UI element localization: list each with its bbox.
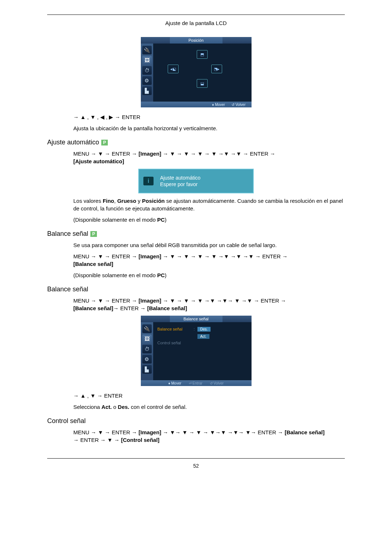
side-icon-picture: 🖼: [142, 335, 152, 343]
heading-balance-senal-1: Balance señal P: [47, 230, 345, 238]
footer-enter: ⏎ Entrar: [189, 381, 203, 385]
footer-back: ↺ Volver: [232, 103, 246, 107]
osd-footer: ♦ Mover ↺ Volver: [141, 102, 252, 107]
row-balance: Balance señal : Des.: [158, 326, 247, 332]
page: Ajuste de la pantalla LCD Posición 🔌 🖼 ⏱…: [40, 15, 352, 469]
opt-act: Act.: [197, 334, 209, 339]
pos-right-icon: ⬔▸: [211, 65, 222, 73]
bal-desc: Se usa para componer una señal débil RGB…: [73, 241, 345, 249]
side-icon-setup: ⚙: [142, 76, 152, 85]
bal2-desc: Selecciona Act. o Des. con el control de…: [73, 403, 345, 411]
nav-sequence-2: → ▲ , ▼ → ENTER: [73, 392, 345, 399]
row-label: Balance señal: [158, 327, 194, 331]
osd-main: Balance señal : Des. Act. Control señal: [153, 322, 252, 380]
bal-note: (Disponible solamente en el modo PC): [73, 271, 345, 279]
auto-note: (Disponible solamente en el modo PC): [73, 216, 345, 223]
side-icon-sound: ⏱: [142, 66, 152, 75]
pos-left-icon: ◂⬕: [168, 65, 179, 73]
nav-sequence-1: → ▲ , ▼ , ◀ , ▶ → ENTER: [73, 113, 345, 121]
info-icon: i: [143, 177, 154, 185]
side-icon-picture: 🖼: [142, 56, 152, 65]
pos-down-icon: ⬓: [197, 79, 208, 88]
side-icon-sound: ⏱: [142, 345, 152, 353]
osd-balance: Balance señal 🔌 🖼 ⏱ ⚙ ▙ Balance señal : …: [141, 316, 252, 386]
footer-move: ♦ Mover: [168, 381, 181, 385]
side-icon-setup: ⚙: [142, 355, 152, 364]
page-number: 52: [47, 463, 345, 469]
side-icon-multi: ▙: [142, 365, 152, 374]
side-icon-multi: ▙: [142, 86, 152, 95]
bal-nav: MENU → ▼ → ENTER → [Imagen] → ▼ → ▼ → ▼ …: [73, 253, 345, 268]
osd-main: ⬒ ◂⬕ ⬔▸ ⬓: [153, 44, 252, 102]
osd-footer: ♦ Mover ⏎ Entrar ↺ Volver: [141, 380, 252, 386]
row-balance-opt2: Act.: [158, 333, 247, 340]
osd-title: Balance señal: [183, 317, 208, 321]
side-icon-input: 🔌: [142, 46, 152, 54]
auto-popup: i Ajuste automático Espere por favor: [138, 169, 254, 193]
auto-nav: MENU → ▼ → ENTER → [Imagen] → ▼ → ▼ → ▼ …: [73, 150, 345, 165]
bottom-rule: [47, 458, 345, 459]
osd-sidebar: 🔌 🖼 ⏱ ⚙ ▙: [141, 322, 153, 380]
footer-back: ↺ Volver: [210, 381, 224, 385]
footer-move: ♦ Mover: [212, 103, 225, 107]
bal2-nav: MENU → ▼ → ENTER → [Imagen] → ▼ → ▼ → ▼ …: [73, 297, 345, 312]
osd-posicion: Posición 🔌 🖼 ⏱ ⚙ ▙ ⬒ ◂⬕ ⬔▸ ⬓ ♦ Mover ↺ V…: [141, 37, 252, 107]
osd-titlebar: Posición: [141, 37, 252, 44]
posicion-desc: Ajusta la ubicación de la pantalla horiz…: [73, 124, 345, 132]
p-badge-icon: P: [101, 140, 108, 145]
popup-text: Ajuste automático Espere por favor: [160, 175, 200, 188]
p-badge-icon: P: [90, 231, 97, 237]
osd-title: Posición: [188, 38, 204, 42]
heading-control-senal: Control señal: [47, 417, 345, 425]
ctrl-nav: MENU → ▼ → ENTER → [Imagen] → ▼→ ▼ → ▼ →…: [73, 428, 345, 444]
heading-balance-senal-2: Balance señal: [47, 286, 345, 293]
side-icon-input: 🔌: [142, 324, 152, 333]
row-label: Control señal: [158, 341, 194, 345]
opt-des: Des.: [197, 327, 211, 332]
osd-titlebar: Balance señal: [141, 316, 252, 322]
page-header: Ajuste de la pantalla LCD: [47, 20, 345, 26]
auto-desc: Los valores Fino, Grueso y Posición se a…: [73, 197, 345, 212]
pos-up-icon: ⬒: [197, 50, 208, 59]
osd-sidebar: 🔌 🖼 ⏱ ⚙ ▙: [141, 44, 153, 102]
top-rule: [47, 15, 345, 15]
heading-ajuste-automatico: Ajuste automático P: [47, 139, 345, 146]
row-control: Control señal: [158, 340, 247, 346]
